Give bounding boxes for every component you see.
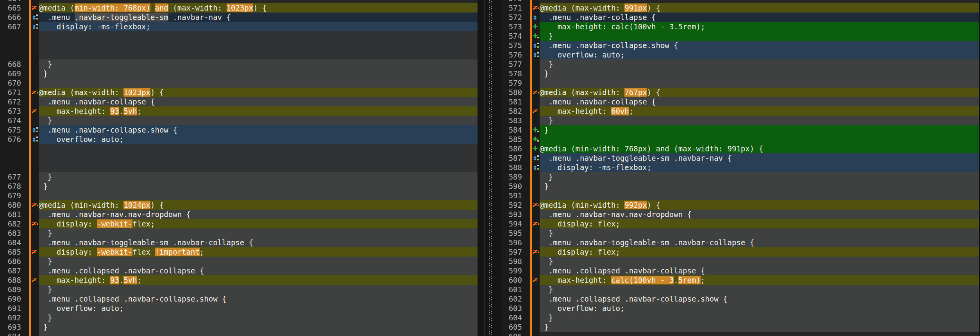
code-line-689[interactable]: 689 } [0, 285, 477, 294]
line-number[interactable]: 678 [0, 181, 21, 191]
code-line-602[interactable]: 602 .menu .collapsed .navbar-collapse.sh… [501, 294, 979, 304]
code-line-669[interactable]: 669 } [0, 69, 477, 78]
line-number[interactable]: 593 [501, 210, 522, 219]
line-number[interactable]: 682 [0, 219, 21, 228]
code-line-590[interactable]: 590 } [501, 181, 979, 191]
line-number[interactable]: 672 [0, 97, 21, 106]
line-number[interactable]: 592 [501, 200, 522, 210]
code-line-584[interactable]: 584+ } [501, 125, 979, 135]
line-number[interactable]: 579 [501, 78, 522, 88]
line-number[interactable]: 691 [0, 304, 21, 313]
line-number[interactable]: 676 [0, 135, 21, 144]
code-line-587[interactable]: 587↕ .menu .navbar-toggleable-sm .navbar… [501, 153, 979, 163]
code-line-680[interactable]: 680@media (min-width: 1024px) { [0, 200, 477, 210]
code-line-596[interactable]: 596 .menu .navbar-toggleable-sm .navbar-… [501, 238, 979, 247]
line-number[interactable]: 590 [501, 181, 522, 191]
line-number[interactable]: 577 [501, 59, 522, 69]
line-number[interactable]: 601 [501, 285, 522, 294]
code-line-673[interactable]: 673 max-height: 93.5vh; [0, 106, 477, 116]
code-line-589[interactable]: 589 } [501, 172, 979, 181]
code-line-667[interactable]: 667↕ display: -ms-flexbox; [0, 22, 477, 31]
line-number[interactable]: 571 [501, 3, 522, 13]
code-line-665[interactable]: 665@media (min-width: 768px) and (max-wi… [0, 3, 477, 13]
line-number[interactable]: 589 [501, 172, 522, 181]
code-line-580[interactable]: 580@media (max-width: 767px) { [501, 88, 979, 97]
line-number[interactable]: 588 [501, 163, 522, 172]
code-line-582[interactable]: 582 max-height: 60vh; [501, 106, 979, 116]
line-number[interactable]: 688 [0, 275, 21, 285]
code-line-672[interactable]: 672 .menu .navbar-collapse { [0, 97, 477, 106]
code-line-592[interactable]: 592@media (min-width: 992px) { [501, 200, 979, 210]
line-number[interactable]: 598 [501, 257, 522, 266]
line-number[interactable]: 671 [0, 88, 21, 97]
code-line-671[interactable]: 671@media (max-width: 1023px) { [0, 88, 477, 97]
code-line-593[interactable]: 593 .menu .navbar-nav.nav-dropdown { [501, 210, 979, 219]
line-number[interactable]: 685 [0, 247, 21, 257]
code-line-583[interactable]: 583 } [501, 116, 979, 125]
code-line-664[interactable]: 664 [0, 0, 477, 3]
code-line-573[interactable]: 573+ max-height: calc(100vh - 3.5rem); [501, 22, 979, 31]
code-line-578[interactable]: 578 } [501, 69, 979, 78]
code-line-682[interactable]: 682 display: -webkit-flex; [0, 219, 477, 228]
line-number[interactable]: 673 [0, 106, 21, 116]
code-line-574[interactable]: 574+ } [501, 31, 979, 41]
line-number[interactable]: 684 [0, 238, 21, 247]
line-number[interactable]: 582 [501, 106, 522, 116]
line-number[interactable]: 603 [501, 304, 522, 313]
line-number[interactable]: 675 [0, 125, 21, 135]
line-number[interactable]: 674 [0, 116, 21, 125]
code-line-687[interactable]: 687 .menu .collapsed .navbar-collapse { [0, 266, 477, 275]
code-line-676[interactable]: 676↕ overflow: auto; [0, 135, 477, 144]
line-number[interactable]: 693 [0, 322, 21, 332]
line-number[interactable]: 574 [501, 31, 522, 41]
line-number[interactable]: 605 [501, 322, 522, 332]
alignment-filler-line[interactable] [0, 31, 477, 41]
line-number[interactable] [0, 41, 21, 50]
line-number[interactable]: 602 [501, 294, 522, 304]
alignment-filler-line[interactable] [0, 163, 477, 172]
line-number[interactable]: 692 [0, 313, 21, 322]
line-number[interactable] [0, 163, 21, 172]
alignment-filler-line[interactable] [0, 153, 477, 163]
line-number[interactable]: 687 [0, 266, 21, 275]
line-number[interactable]: 597 [501, 247, 522, 257]
line-number[interactable]: 575 [501, 41, 522, 50]
code-line-691[interactable]: 691 overflow: auto; [0, 304, 477, 313]
code-line-679[interactable]: 679 [0, 191, 477, 200]
line-number[interactable]: 570 [501, 0, 522, 3]
code-line-606[interactable]: 606 [501, 332, 979, 336]
code-line-597[interactable]: 597 display: flex; [501, 247, 979, 257]
code-line-588[interactable]: 588↕ display: -ms-flexbox; [501, 163, 979, 172]
code-line-594[interactable]: 594 display: flex; [501, 219, 979, 228]
code-line-571[interactable]: 571@media (max-width: 991px) { [501, 3, 979, 13]
line-number[interactable]: 583 [501, 116, 522, 125]
line-number[interactable]: 594 [501, 219, 522, 228]
code-line-692[interactable]: 692 } [0, 313, 477, 322]
line-number[interactable]: 604 [501, 313, 522, 322]
line-number[interactable]: 600 [501, 275, 522, 285]
line-number[interactable] [0, 31, 21, 41]
code-line-678[interactable]: 678 } [0, 181, 477, 191]
line-number[interactable]: 585 [501, 135, 522, 144]
line-number[interactable]: 665 [0, 3, 21, 13]
line-number[interactable]: 573 [501, 22, 522, 31]
code-line-688[interactable]: 688 max-height: 93.5vh; [0, 275, 477, 285]
line-number[interactable] [0, 50, 21, 59]
line-number[interactable]: 596 [501, 238, 522, 247]
line-number[interactable]: 668 [0, 59, 21, 69]
line-number[interactable]: 670 [0, 78, 21, 88]
code-line-570[interactable]: 570 [501, 0, 979, 3]
code-line-684[interactable]: 684 .menu .navbar-toggleable-sm .navbar-… [0, 238, 477, 247]
line-number[interactable]: 667 [0, 22, 21, 31]
alignment-filler-line[interactable] [0, 144, 477, 153]
code-line-577[interactable]: 577 } [501, 59, 979, 69]
code-line-694[interactable]: 694 [0, 332, 477, 336]
code-line-591[interactable]: 591 [501, 191, 979, 200]
code-line-581[interactable]: 581 .menu .navbar-collapse { [501, 97, 979, 106]
alignment-filler-line[interactable] [0, 50, 477, 59]
line-number[interactable]: 606 [501, 332, 522, 336]
line-number[interactable]: 664 [0, 0, 21, 3]
code-line-668[interactable]: 668 } [0, 59, 477, 69]
line-number[interactable]: 581 [501, 97, 522, 106]
diff-pane-left[interactable]: 664665@media (min-width: 768px) and (max… [0, 0, 477, 336]
